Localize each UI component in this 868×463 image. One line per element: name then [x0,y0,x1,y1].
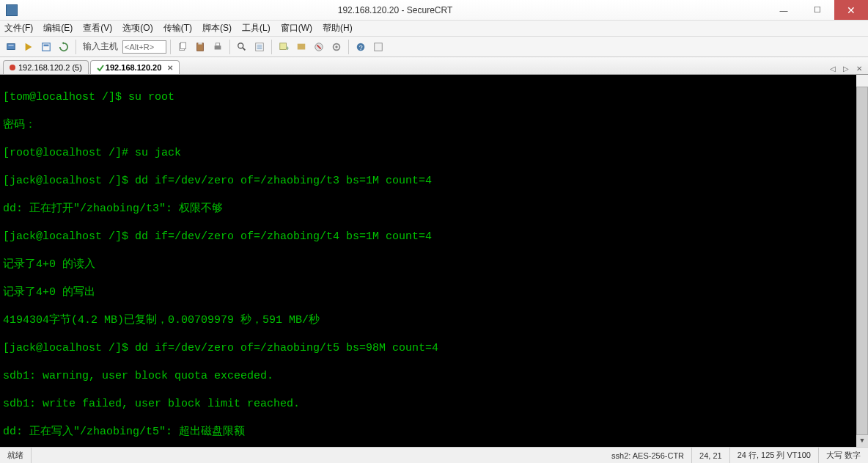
terminal-output[interactable]: [tom@localhost /]$ su root 密码： [root@loc… [0,75,868,447]
svg-point-12 [238,43,243,48]
menu-help[interactable]: 帮助(H) [323,22,353,34]
status-ready: 就绪 [0,448,32,463]
terminal-line: dd: 正在写入"/zhaobing/t5": 超出磁盘限额 [3,425,865,439]
svg-rect-1 [9,45,14,45]
options-icon[interactable] [328,39,345,55]
toolbar-separator [170,40,171,54]
svg-rect-0 [7,43,15,49]
new-session-icon[interactable]: + [276,39,292,55]
status-dot-disconnected-icon [10,65,15,70]
menubar: 文件(F) 编辑(E) 查看(V) 选项(O) 传输(T) 脚本(S) 工具(L… [0,21,868,37]
svg-rect-9 [198,42,202,44]
toolbar-separator [76,40,76,54]
host-label: 输入主机 [83,40,118,53]
copy-icon[interactable] [174,39,191,55]
terminal-line: 密码： [3,118,865,132]
paste-icon[interactable] [192,39,208,55]
terminal-line: [root@localhost /]# su jack [3,146,865,160]
svg-text:?: ? [359,43,363,51]
tab-label: 192.168.120.20 [106,63,161,72]
terminal-line: 记录了4+0 的写出 [3,285,865,299]
maximize-button[interactable]: ☐ [801,0,834,20]
reconnect-icon[interactable] [56,39,72,55]
terminal-line: 4194304字节(4.2 MB)已复制，0.00709979 秒，591 MB… [3,313,865,327]
menu-tools[interactable]: 工具(L) [242,22,271,34]
session-tabbar: 192.168.120.2 (5) 192.168.120.20 ✕ ◁ ▷ ✕ [0,57,868,75]
disconnect-icon[interactable] [311,39,327,55]
menu-window[interactable]: 窗口(W) [281,22,312,34]
connect-icon[interactable] [3,39,19,55]
terminal-line: 记录了4+0 的读入 [3,258,865,271]
statusbar: 就绪 ssh2: AES-256-CTR 24, 21 24 行, 125 列 … [0,447,868,463]
terminal-scrollbar[interactable]: ▲ ▼ [856,75,868,447]
menu-script[interactable]: 脚本(S) [202,22,232,34]
status-caps: 大写 数字 [819,448,868,463]
find-icon[interactable] [234,39,250,55]
svg-rect-7 [180,42,185,48]
toolbar-separator [348,40,349,54]
svg-line-13 [243,47,246,50]
connect-bar-icon[interactable] [38,39,54,55]
session-tab-active[interactable]: 192.168.120.20 ✕ [90,60,180,74]
svg-rect-10 [215,45,221,49]
quick-connect-icon[interactable] [21,39,37,55]
help-icon[interactable]: ? [353,39,369,55]
status-dot-connected-icon [97,65,103,70]
session-tab[interactable]: 192.168.120.2 (5) [3,60,89,74]
minimize-button[interactable]: — [767,0,801,20]
terminal-line: [tom@localhost /]$ su root [3,90,865,104]
tab-next-icon[interactable]: ▷ [840,63,852,74]
window-title: 192.168.120.20 - SecureCRT [23,5,767,15]
svg-marker-2 [26,43,32,51]
properties-icon[interactable] [251,39,268,55]
svg-rect-4 [44,44,49,46]
terminal-line: sdb1: write failed, user block limit rea… [3,397,865,411]
menu-edit[interactable]: 编辑(E) [43,22,73,34]
tab-close-icon[interactable]: ✕ [167,64,173,72]
session-icon[interactable] [293,39,309,55]
svg-point-24 [335,45,338,48]
tab-list-icon[interactable]: ✕ [853,63,865,74]
svg-rect-3 [43,43,51,51]
svg-text:+: + [286,45,289,52]
tab-label: 192.168.120.2 (5) [18,63,82,72]
status-terminal-size: 24 行, 125 列 VT100 [730,448,819,463]
menu-file[interactable]: 文件(F) [4,22,33,34]
host-input[interactable] [122,40,166,54]
svg-rect-11 [216,43,219,45]
svg-rect-27 [375,43,383,51]
scroll-thumb[interactable] [856,87,868,435]
toolbar: 输入主机 + ? [0,37,868,57]
toolbar-separator [271,40,272,54]
close-button[interactable]: ✕ [834,0,868,20]
menu-transfer[interactable]: 传输(T) [163,22,192,34]
menu-view[interactable]: 查看(V) [83,22,112,34]
print-icon[interactable] [210,39,226,55]
menu-options[interactable]: 选项(O) [122,22,152,34]
svg-marker-5 [62,42,64,45]
scroll-track[interactable] [856,87,868,435]
titlebar: 192.168.120.20 - SecureCRT — ☐ ✕ [0,0,868,21]
terminal-line: [jack@localhost /]$ dd if=/dev/zero of=/… [3,341,865,355]
tab-nav: ◁ ▷ ✕ [827,63,865,74]
terminal-line: [jack@localhost /]$ dd if=/dev/zero of=/… [3,174,865,188]
terminal-line: sdb1: warning, user block quota exceeded… [3,369,865,383]
status-protocol: ssh2: AES-256-CTR [604,448,692,463]
terminal-line: [jack@localhost /]$ dd if=/dev/zero of=/… [3,230,865,244]
svg-rect-20 [298,43,306,49]
tab-prev-icon[interactable]: ◁ [827,63,839,74]
scroll-down-icon[interactable]: ▼ [856,435,868,447]
terminal-line: dd: 正在打开"/zhaobing/t3": 权限不够 [3,202,865,216]
toolbar-separator [229,40,230,54]
about-icon[interactable] [370,39,386,55]
status-cursor-pos: 24, 21 [692,448,730,463]
window-controls: — ☐ ✕ [767,0,868,20]
app-icon [6,4,18,16]
